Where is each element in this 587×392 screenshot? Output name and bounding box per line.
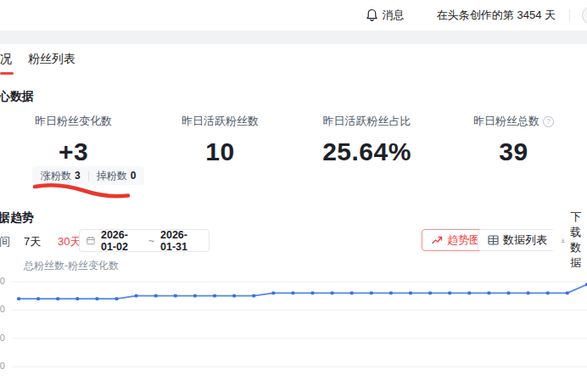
tab-overview[interactable]: 概况	[0, 52, 12, 67]
time-filter-label: 时间	[0, 234, 10, 249]
creation-days-text: 在头条创作的第 3454 天	[437, 8, 556, 23]
topbar-divider	[569, 9, 570, 21]
y-axis-tick-label: 20	[0, 333, 5, 343]
y-axis-tick-label: 30	[0, 304, 5, 314]
top-bar: 消息 在头条创作的第 3454 天	[0, 0, 587, 31]
stat-active-fans: 昨日活跃粉丝数 10	[147, 113, 294, 166]
y-axis-tick-label: 10	[0, 361, 5, 371]
stat-active-ratio-label: 昨日活跃粉丝占比	[323, 114, 411, 129]
download-icon	[561, 235, 565, 246]
download-button[interactable]: 下载数据	[551, 229, 587, 251]
data-list-icon	[488, 235, 499, 245]
y-axis-tick-label: 40	[0, 276, 5, 286]
stat-fan-change-value: +3	[0, 137, 147, 166]
help-icon[interactable]: ?	[543, 116, 554, 127]
avatar[interactable]	[582, 6, 587, 25]
date-separator: ~	[148, 235, 154, 247]
download-label: 下载数据	[570, 210, 587, 271]
stat-fan-change-label: 昨日粉丝变化数	[35, 114, 112, 129]
stat-total-fans-label: 昨日粉丝总数	[473, 114, 539, 129]
messages-label: 消息	[383, 8, 405, 23]
tab-bar: 概况 粉丝列表	[0, 44, 587, 76]
chart-metric-label: 总粉丝数-粉丝变化数	[24, 259, 119, 273]
stat-active-fans-value: 10	[147, 137, 294, 166]
stat-total-fans: 昨日粉丝总数 ? 39	[440, 113, 587, 166]
stat-active-ratio-value: 25.64%	[294, 137, 440, 166]
page-background-strip	[0, 31, 587, 44]
data-list-button[interactable]: 数据列表	[478, 229, 557, 251]
date-end: 2026-01-31	[160, 229, 202, 253]
data-list-label: 数据列表	[503, 232, 547, 248]
stat-total-fans-value: 39	[440, 137, 587, 166]
active-tab-underline	[0, 72, 14, 75]
calendar-icon	[87, 235, 95, 246]
bell-icon	[366, 8, 378, 22]
messages-button[interactable]: 消息	[366, 8, 405, 23]
stats-row: 昨日粉丝变化数 +3 昨日活跃粉丝数 10 昨日活跃粉丝占比 25.64% 昨日…	[0, 113, 587, 166]
pill-divider	[88, 171, 89, 181]
stat-active-fans-label: 昨日活跃粉丝数	[182, 114, 259, 129]
date-start: 2026-01-02	[101, 229, 143, 253]
filter-row: 时间 7天 30天 2026-01-02 ~ 2026-01-31 趋势图	[0, 229, 587, 253]
fans-analytics-page: 消息 在头条创作的第 3454 天 概况 粉丝列表 核心数据 昨日粉丝变化数 +…	[0, 0, 587, 392]
fans-trend-line-chart	[0, 273, 587, 392]
trend-chart-canvas: 40302010	[0, 273, 587, 392]
data-trend-title: 数据趋势	[0, 210, 34, 226]
core-data-title: 核心数据	[0, 89, 34, 104]
date-range-picker[interactable]: 2026-01-02 ~ 2026-01-31	[79, 229, 210, 252]
range-7d-button[interactable]: 7天	[24, 234, 41, 249]
trend-chart-icon	[432, 235, 443, 245]
trend-chart-label: 趋势图	[447, 232, 480, 248]
red-marker-scribble	[31, 180, 134, 200]
range-30d-button[interactable]: 30天	[58, 234, 81, 249]
stat-fan-change: 昨日粉丝变化数 +3	[0, 113, 147, 166]
stat-active-ratio: 昨日活跃粉丝占比 25.64%	[294, 113, 440, 166]
tab-fans-list[interactable]: 粉丝列表	[28, 52, 75, 67]
